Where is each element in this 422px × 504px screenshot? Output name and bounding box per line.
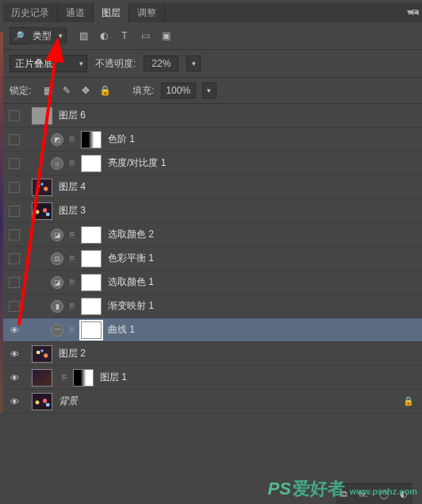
close-icon[interactable]: ◀◀ bbox=[408, 8, 419, 16]
layer-thumb[interactable] bbox=[32, 179, 52, 196]
blend-mode-label: 正片叠底 bbox=[15, 57, 53, 71]
lock-paint-icon[interactable]: ✎ bbox=[59, 83, 74, 98]
mask-thumb[interactable] bbox=[73, 369, 94, 387]
layer-name[interactable]: 图层 2 bbox=[59, 347, 86, 360]
filter-kind-label: 类型 bbox=[28, 27, 66, 44]
mask-thumb[interactable] bbox=[81, 298, 102, 315]
visibility-toggle[interactable] bbox=[3, 277, 25, 288]
layer-name[interactable]: 图层 4 bbox=[59, 180, 86, 194]
visibility-toggle[interactable]: 👁 bbox=[3, 325, 25, 335]
layer-row[interactable]: ◪ ⎘ 选取颜色 1 bbox=[3, 271, 422, 294]
opacity-dropdown[interactable]: ▾ bbox=[186, 56, 201, 71]
filter-shape-icon[interactable]: ▭ bbox=[138, 29, 152, 43]
eye-icon: 👁 bbox=[10, 373, 19, 383]
filter-icons: ▧ ◐ T ▭ ▣ bbox=[76, 29, 173, 43]
layer-thumb[interactable] bbox=[32, 107, 52, 125]
visibility-toggle[interactable] bbox=[3, 206, 25, 217]
mask-link-icon[interactable]: ⎘ bbox=[67, 159, 78, 167]
mask-link-icon[interactable]: ⎘ bbox=[67, 254, 78, 263]
visibility-toggle[interactable]: 👁 bbox=[3, 373, 25, 383]
layer-name[interactable]: 曲线 1 bbox=[108, 323, 135, 337]
layer-row[interactable]: ◩ ⎘ 色阶 1 bbox=[3, 128, 422, 152]
mask-thumb[interactable] bbox=[81, 131, 102, 148]
visibility-toggle[interactable] bbox=[3, 134, 25, 145]
link-layers-icon[interactable]: ⧉ bbox=[341, 489, 347, 499]
adjustment-icon: ◩ bbox=[51, 133, 63, 146]
tab-layers[interactable]: 图层 bbox=[94, 3, 129, 22]
bottom-bar: ⧉ fx. ◯ ◐ bbox=[336, 483, 412, 504]
layer-name[interactable]: 色阶 1 bbox=[108, 133, 135, 146]
layer-row[interactable]: 👁 图层 2 bbox=[3, 342, 422, 366]
visibility-toggle[interactable] bbox=[3, 229, 25, 240]
visibility-toggle[interactable]: 👁 bbox=[3, 349, 25, 359]
layer-name[interactable]: 背景 bbox=[59, 394, 78, 408]
layer-name[interactable]: 图层 3 bbox=[59, 204, 86, 217]
tab-channels[interactable]: 通道 bbox=[58, 3, 94, 22]
visibility-toggle[interactable] bbox=[3, 182, 25, 193]
blend-mode-select[interactable]: 正片叠底 bbox=[10, 55, 87, 72]
layer-row[interactable]: 👁 背景 🔒 bbox=[3, 390, 422, 414]
layer-row[interactable]: ▮ ⎘ 渐变映射 1 bbox=[3, 294, 422, 318]
fill-input[interactable]: 100% bbox=[161, 83, 196, 98]
layer-row[interactable]: ⚖ ⎘ 色彩平衡 1 bbox=[3, 247, 422, 271]
layer-row[interactable]: 👁 〰 ⎘ 曲线 1 bbox=[3, 318, 422, 342]
visibility-toggle[interactable] bbox=[3, 253, 25, 264]
filter-type-icon[interactable]: T bbox=[117, 29, 132, 43]
layers-panel: ◀◀ 历史记录 通道 图层 调整 ▾≡ 🔎 类型 ▧ ◐ T ▭ ▣ 正片叠底 … bbox=[3, 3, 422, 504]
mask-thumb[interactable] bbox=[81, 155, 102, 172]
filter-adjust-icon[interactable]: ◐ bbox=[97, 29, 111, 43]
mask-thumb[interactable] bbox=[81, 274, 102, 291]
lock-transparent-icon[interactable]: ▦ bbox=[40, 83, 55, 98]
mask-link-icon[interactable]: ⎘ bbox=[67, 325, 78, 334]
tab-label: 历史记录 bbox=[11, 6, 49, 20]
layer-thumb[interactable] bbox=[32, 345, 52, 363]
tab-adjustments[interactable]: 调整 bbox=[129, 3, 165, 22]
mask-thumb[interactable] bbox=[81, 226, 102, 244]
adjustment-layer-icon[interactable]: ◐ bbox=[400, 489, 408, 499]
fill-dropdown[interactable]: ▾ bbox=[202, 83, 217, 98]
layer-name[interactable]: 图层 1 bbox=[100, 371, 127, 384]
fx-icon[interactable]: fx. bbox=[359, 489, 368, 499]
mask-link-icon[interactable]: ⎘ bbox=[59, 373, 70, 382]
layers-list: 图层 6 ◩ ⎘ 色阶 1 ☼ ⎘ 亮度/对比度 1 图层 4 bbox=[3, 104, 422, 414]
layer-row[interactable]: ☼ ⎘ 亮度/对比度 1 bbox=[3, 152, 422, 175]
layer-name[interactable]: 色彩平衡 1 bbox=[108, 252, 154, 265]
layer-thumb[interactable] bbox=[32, 393, 52, 410]
layer-name[interactable]: 渐变映射 1 bbox=[108, 299, 154, 313]
tab-label: 调整 bbox=[137, 6, 156, 20]
filter-kind-select[interactable]: 🔎 类型 bbox=[10, 27, 67, 44]
lock-all-icon[interactable]: 🔒 bbox=[98, 83, 112, 98]
layer-row[interactable]: ◪ ⎘ 选取颜色 2 bbox=[3, 223, 422, 247]
filter-smart-icon[interactable]: ▣ bbox=[159, 29, 173, 43]
filter-pixel-icon[interactable]: ▧ bbox=[76, 29, 90, 43]
tab-history[interactable]: 历史记录 bbox=[3, 3, 58, 22]
visibility-toggle[interactable] bbox=[3, 158, 25, 169]
lock-position-icon[interactable]: ✥ bbox=[79, 83, 93, 98]
layer-thumb[interactable] bbox=[32, 202, 52, 220]
tab-label: 通道 bbox=[66, 6, 85, 20]
visibility-toggle[interactable]: 👁 bbox=[3, 397, 25, 406]
mask-thumb[interactable] bbox=[81, 321, 102, 339]
layer-name[interactable]: 选取颜色 2 bbox=[108, 228, 154, 241]
layer-row[interactable]: 图层 4 bbox=[3, 175, 422, 199]
visibility-toggle[interactable] bbox=[3, 301, 25, 312]
mask-thumb[interactable] bbox=[81, 250, 102, 267]
layer-row[interactable]: 图层 3 bbox=[3, 199, 422, 223]
layer-thumb[interactable] bbox=[32, 369, 52, 387]
mask-link-icon[interactable]: ⎘ bbox=[67, 230, 78, 239]
mask-link-icon[interactable]: ⎘ bbox=[67, 135, 78, 144]
eye-icon: 👁 bbox=[10, 349, 19, 359]
mask-link-icon[interactable]: ⎘ bbox=[67, 302, 78, 310]
layer-row[interactable]: 👁 ⎘ 图层 1 bbox=[3, 366, 422, 390]
visibility-toggle[interactable] bbox=[3, 110, 25, 121]
mask-icon[interactable]: ◯ bbox=[379, 489, 389, 499]
layer-name[interactable]: 图层 6 bbox=[59, 109, 86, 122]
adjustment-icon: ⚖ bbox=[51, 252, 63, 265]
opacity-input[interactable]: 22% bbox=[144, 56, 178, 71]
mask-link-icon[interactable]: ⎘ bbox=[67, 278, 78, 287]
lock-icons: ▦ ✎ ✥ 🔒 bbox=[40, 83, 112, 98]
layer-name[interactable]: 亮度/对比度 1 bbox=[108, 156, 166, 170]
layer-row[interactable]: 图层 6 bbox=[3, 104, 422, 128]
eye-icon: 👁 bbox=[10, 325, 19, 335]
layer-name[interactable]: 选取颜色 1 bbox=[108, 275, 154, 289]
